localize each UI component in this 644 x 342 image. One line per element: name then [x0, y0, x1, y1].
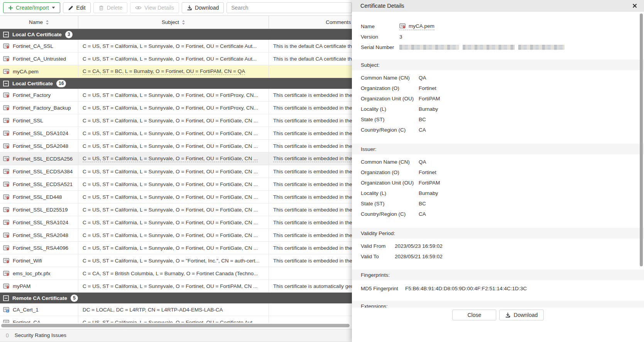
collapse-icon[interactable] — [3, 81, 9, 86]
panel-download-label: Download — [514, 312, 538, 318]
comment-cell: This certificate is embedded in the hard… — [269, 229, 352, 241]
certificate-name: Fortinet_Wifi — [13, 258, 42, 264]
table-row[interactable]: RFortinet_CAC = US, ST = California, L =… — [0, 316, 352, 323]
column-header-subject[interactable]: Subject — [78, 16, 269, 29]
section-header[interactable]: Local Certificate16 — [0, 78, 352, 89]
comment-cell: This certificate is embedded in the hard… — [269, 203, 352, 216]
section-band-label: Issuer: — [361, 146, 377, 152]
detail-label: Common Name (CN) — [361, 159, 419, 165]
name-cell: Fortinet_SSL — [0, 114, 78, 127]
certificate-icon: R — [3, 306, 10, 313]
detail-label: Common Name (CN) — [361, 75, 419, 81]
sort-icon — [46, 20, 49, 25]
table-row[interactable]: Fortinet_CA_SSLC = US, ST = California, … — [0, 40, 352, 52]
certificate-name-value[interactable]: myCA.pem — [399, 23, 434, 30]
table-row[interactable]: Fortinet_SSL_ECDSA521C = US, ST = Califo… — [0, 178, 352, 191]
name-cell: Fortinet_SSL_ED448 — [0, 191, 78, 203]
panel-download-button[interactable]: Download — [499, 310, 543, 320]
table-row[interactable]: Fortinet_SSL_ECDSA384C = US, ST = Califo… — [0, 165, 352, 178]
table-row[interactable]: Fortinet_SSLC = US, ST = California, L =… — [0, 114, 352, 127]
redacted-serial-number — [399, 45, 565, 50]
certificate-name: Fortinet_SSL_RSA2048 — [13, 232, 68, 238]
horizontal-scrollbar — [0, 324, 352, 328]
search-input[interactable] — [226, 2, 352, 13]
detail-label: Organization (O) — [361, 169, 419, 175]
close-button[interactable]: Close — [452, 310, 496, 320]
certificate-name: Fortinet_SSL — [13, 118, 43, 124]
section-band: Fingerprints: — [352, 269, 644, 280]
table-row[interactable]: Fortinet_SSL_RSA2048C = US, ST = Califor… — [0, 229, 352, 242]
certificate-icon — [3, 68, 10, 75]
detail-row: Organization Unit (OU)FortiPAM — [352, 178, 644, 188]
table-row[interactable]: Fortinet_SSL_RSA1024C = US, ST = Califor… — [0, 216, 352, 229]
certificate-comment: This certificate is embedded in the hard… — [273, 130, 352, 136]
detail-label: Organization (O) — [361, 85, 419, 91]
certificate-name: Fortinet_SSL_ED448 — [13, 194, 62, 200]
certificate-subject: DC = LOCAL, DC = L4RTP, CN = L4RTP-AD4-E… — [83, 307, 223, 313]
comment-cell: This certificate is automatically genera… — [269, 280, 352, 292]
edit-button[interactable]: Edit — [63, 2, 91, 13]
table-row[interactable]: Fortinet_SSL_RSA4096C = US, ST = Califor… — [0, 242, 352, 254]
section-header[interactable]: Local CA Certificate3 — [0, 29, 352, 40]
certificate-name: myCA.pem — [13, 69, 39, 74]
view-details-button[interactable]: View Details — [130, 2, 179, 13]
detail-value: 2028/05/21 16:59:02 — [395, 254, 443, 259]
certificate-subject: C = US, ST = California, L = Sunnyvale, … — [83, 258, 260, 264]
table-row[interactable]: Fortinet_SSL_DSA1024C = US, ST = Califor… — [0, 127, 352, 140]
table-row[interactable]: Fortinet_SSL_ED448C = US, ST = Californi… — [0, 191, 352, 203]
table-row[interactable]: Fortinet_SSL_DSA2048C = US, ST = Califor… — [0, 140, 352, 152]
certificate-name: Fortinet_Factory_Backup — [13, 105, 71, 111]
table-row[interactable]: myPAMC = US, ST = California, L = Sunnyv… — [0, 280, 352, 293]
collapse-icon[interactable] — [3, 32, 9, 37]
detail-label: State (ST) — [361, 117, 419, 122]
subject-cell: C = US, ST = California, L = Sunnyvale, … — [78, 165, 269, 178]
table-row[interactable]: Fortinet_WifiC = US, ST = California, L … — [0, 254, 352, 267]
security-rating-label[interactable]: Security Rating Issues — [15, 332, 66, 338]
certificate-comment: This certificate is embedded in the hard… — [273, 245, 352, 251]
chevron-down-icon — [52, 7, 55, 9]
detail-label: Valid To — [361, 254, 395, 259]
close-icon[interactable] — [632, 3, 637, 8]
name-cell: Fortinet_Factory — [0, 89, 78, 101]
comment-cell: This certificate is embedded in the hard… — [269, 242, 352, 254]
certificate-comment: This certificate is embedded in the hard… — [273, 118, 352, 124]
certificate-icon — [3, 105, 10, 111]
column-header-comments[interactable]: Comments — [269, 16, 352, 29]
certificate-subject: C = US, ST = California, L = Sunnyvale, … — [83, 169, 258, 174]
certificate-comment: This certificate is embedded in the hard… — [273, 169, 352, 174]
name-cell: myCA.pem — [0, 65, 78, 78]
pencil-icon — [68, 5, 74, 11]
panel-scrollbar-thumb[interactable] — [640, 14, 643, 266]
download-button[interactable]: Download — [182, 2, 224, 13]
certificate-subject: C = US, ST = California, L = Sunnyvale, … — [83, 207, 258, 213]
collapse-icon[interactable] — [3, 295, 9, 301]
certificate-table: Name Subject Comments Local CA Certifica… — [0, 15, 352, 323]
table-row[interactable]: Fortinet_SSL_ECDSA256C = US, ST = Califo… — [0, 152, 352, 165]
delete-button[interactable]: Delete — [93, 2, 127, 13]
detail-row: Organization (O)Fortinet — [352, 167, 644, 178]
detail-value: CA — [419, 211, 426, 217]
detail-value: QA — [419, 159, 426, 165]
certificate-icon — [3, 194, 10, 200]
column-header-name[interactable]: Name — [0, 16, 78, 29]
create-import-button[interactable]: Create/Import — [3, 2, 60, 13]
name-cell: Fortinet_CA_SSL — [0, 40, 78, 52]
section-header[interactable]: Remote CA Certificate5 — [0, 293, 352, 303]
table-row[interactable]: ems_loc_pfx.pfxC = CA, ST = British Colu… — [0, 267, 352, 280]
detail-row: Common Name (CN)QA — [352, 157, 644, 167]
table-row[interactable]: Fortinet_Factory_BackupC = US, ST = Cali… — [0, 102, 352, 114]
trash-icon — [98, 5, 104, 11]
certificate-icon — [3, 245, 10, 251]
certificate-name: Fortinet_SSL_ECDSA521 — [13, 181, 73, 187]
table-row[interactable]: Fortinet_FactoryC = US, ST = California,… — [0, 89, 352, 102]
horizontal-scrollbar-thumb[interactable] — [1, 324, 350, 327]
comment-cell: This certificate is embedded in the hard… — [269, 191, 352, 203]
table-row[interactable]: Fortinet_CA_UntrustedC = US, ST = Califo… — [0, 52, 352, 65]
certificate-comment: This certificate is embedded in the hard… — [273, 143, 352, 149]
table-row[interactable]: RCA_Cert_1DC = LOCAL, DC = L4RTP, CN = L… — [0, 303, 352, 316]
detail-row: Country/Region (C)CA — [352, 209, 644, 219]
table-row[interactable]: Fortinet_SSL_ED25519C = US, ST = Califor… — [0, 203, 352, 216]
subject-column-label: Subject — [162, 19, 179, 25]
table-row[interactable]: myCA.pemC = CA, ST = BC, L = Burnaby, O … — [0, 65, 352, 78]
create-import-label: Create/Import — [16, 5, 49, 11]
